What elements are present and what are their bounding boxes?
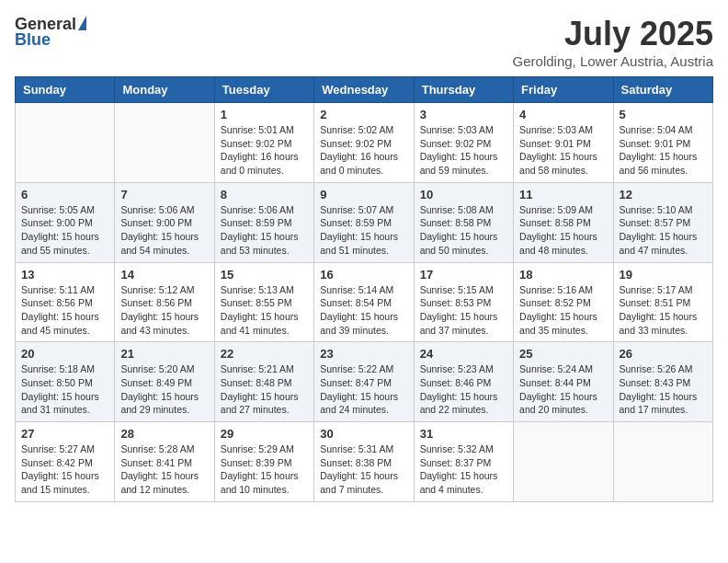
table-row: 29Sunrise: 5:29 AMSunset: 8:39 PMDayligh… — [214, 422, 313, 502]
table-row: 7Sunrise: 5:06 AMSunset: 9:00 PMDaylight… — [115, 182, 214, 262]
day-cell-content: Sunrise: 5:08 AMSunset: 8:58 PMDaylight:… — [420, 203, 507, 258]
col-monday: Monday — [115, 77, 214, 103]
day-cell-content: Sunrise: 5:26 AMSunset: 8:43 PMDaylight:… — [620, 362, 707, 417]
col-thursday: Thursday — [414, 77, 513, 103]
table-row — [16, 103, 115, 183]
day-cell-content: Sunrise: 5:16 AMSunset: 8:52 PMDaylight:… — [519, 283, 607, 338]
table-row: 19Sunrise: 5:17 AMSunset: 8:51 PMDayligh… — [613, 262, 712, 342]
table-row: 11Sunrise: 5:09 AMSunset: 8:58 PMDayligh… — [514, 182, 613, 262]
day-cell-content: Sunrise: 5:31 AMSunset: 8:38 PMDaylight:… — [320, 442, 407, 497]
day-cell-content: Sunrise: 5:20 AMSunset: 8:49 PMDaylight:… — [120, 362, 208, 417]
table-row: 14Sunrise: 5:12 AMSunset: 8:56 PMDayligh… — [115, 262, 214, 342]
table-row: 23Sunrise: 5:22 AMSunset: 8:47 PMDayligh… — [314, 342, 414, 422]
table-row: 18Sunrise: 5:16 AMSunset: 8:52 PMDayligh… — [514, 262, 613, 342]
col-saturday: Saturday — [613, 77, 712, 103]
day-cell-content: Sunrise: 5:10 AMSunset: 8:57 PMDaylight:… — [620, 203, 707, 258]
table-row: 12Sunrise: 5:10 AMSunset: 8:57 PMDayligh… — [613, 182, 712, 262]
table-row: 20Sunrise: 5:18 AMSunset: 8:50 PMDayligh… — [16, 342, 115, 422]
day-number: 3 — [420, 108, 507, 121]
day-cell-content: Sunrise: 5:05 AMSunset: 9:00 PMDaylight:… — [21, 203, 108, 258]
day-number: 23 — [320, 347, 407, 361]
table-row: 8Sunrise: 5:06 AMSunset: 8:59 PMDaylight… — [214, 182, 313, 262]
table-row: 22Sunrise: 5:21 AMSunset: 8:48 PMDayligh… — [214, 342, 313, 422]
calendar-table: Sunday Monday Tuesday Wednesday Thursday… — [15, 76, 713, 502]
table-row: 27Sunrise: 5:27 AMSunset: 8:42 PMDayligh… — [16, 422, 115, 502]
day-number: 5 — [620, 108, 707, 121]
day-number: 15 — [221, 268, 308, 282]
table-row: 21Sunrise: 5:20 AMSunset: 8:49 PMDayligh… — [115, 342, 214, 422]
day-cell-content: Sunrise: 5:28 AMSunset: 8:41 PMDaylight:… — [120, 442, 208, 497]
calendar-week-4: 20Sunrise: 5:18 AMSunset: 8:50 PMDayligh… — [16, 342, 713, 422]
day-cell-content: Sunrise: 5:29 AMSunset: 8:39 PMDaylight:… — [221, 442, 308, 497]
day-cell-content: Sunrise: 5:03 AMSunset: 9:02 PMDaylight:… — [420, 123, 507, 178]
day-cell-content: Sunrise: 5:14 AMSunset: 8:54 PMDaylight:… — [320, 283, 407, 338]
day-cell-content: Sunrise: 5:07 AMSunset: 8:59 PMDaylight:… — [320, 203, 407, 258]
col-sunday: Sunday — [16, 77, 115, 103]
day-number: 21 — [120, 347, 208, 361]
location-subtitle: Gerolding, Lower Austria, Austria — [513, 53, 713, 69]
day-number: 29 — [221, 427, 308, 441]
day-number: 9 — [320, 188, 407, 201]
day-cell-content: Sunrise: 5:02 AMSunset: 9:02 PMDaylight:… — [320, 123, 407, 178]
day-cell-content: Sunrise: 5:27 AMSunset: 8:42 PMDaylight:… — [21, 442, 108, 497]
col-friday: Friday — [514, 77, 613, 103]
table-row: 6Sunrise: 5:05 AMSunset: 9:00 PMDaylight… — [16, 182, 115, 262]
table-row: 28Sunrise: 5:28 AMSunset: 8:41 PMDayligh… — [115, 422, 214, 502]
calendar-week-5: 27Sunrise: 5:27 AMSunset: 8:42 PMDayligh… — [16, 422, 713, 502]
day-cell-content: Sunrise: 5:22 AMSunset: 8:47 PMDaylight:… — [320, 362, 407, 417]
table-row — [115, 103, 214, 183]
table-row — [613, 422, 712, 502]
day-cell-content: Sunrise: 5:06 AMSunset: 8:59 PMDaylight:… — [221, 203, 308, 258]
calendar-week-3: 13Sunrise: 5:11 AMSunset: 8:56 PMDayligh… — [16, 262, 713, 342]
day-number: 4 — [519, 108, 607, 121]
table-row: 26Sunrise: 5:26 AMSunset: 8:43 PMDayligh… — [613, 342, 712, 422]
day-cell-content: Sunrise: 5:06 AMSunset: 9:00 PMDaylight:… — [120, 203, 208, 258]
day-cell-content: Sunrise: 5:15 AMSunset: 8:53 PMDaylight:… — [420, 283, 507, 338]
table-row: 1Sunrise: 5:01 AMSunset: 9:02 PMDaylight… — [214, 103, 313, 183]
page-header: General Blue July 2025 Gerolding, Lower … — [15, 15, 713, 69]
day-number: 14 — [120, 268, 208, 282]
day-number: 19 — [620, 268, 707, 282]
day-number: 24 — [420, 347, 507, 361]
day-number: 13 — [21, 268, 108, 282]
day-cell-content: Sunrise: 5:24 AMSunset: 8:44 PMDaylight:… — [519, 362, 607, 417]
logo-blue-text: Blue — [15, 30, 51, 50]
table-row: 16Sunrise: 5:14 AMSunset: 8:54 PMDayligh… — [314, 262, 414, 342]
table-row: 17Sunrise: 5:15 AMSunset: 8:53 PMDayligh… — [414, 262, 513, 342]
table-row — [514, 422, 613, 502]
day-cell-content: Sunrise: 5:03 AMSunset: 9:01 PMDaylight:… — [519, 123, 607, 178]
table-row: 3Sunrise: 5:03 AMSunset: 9:02 PMDaylight… — [414, 103, 513, 183]
day-number: 11 — [519, 188, 607, 201]
col-wednesday: Wednesday — [314, 77, 414, 103]
day-number: 20 — [21, 347, 108, 361]
day-cell-content: Sunrise: 5:13 AMSunset: 8:55 PMDaylight:… — [221, 283, 308, 338]
day-cell-content: Sunrise: 5:21 AMSunset: 8:48 PMDaylight:… — [221, 362, 308, 417]
table-row: 30Sunrise: 5:31 AMSunset: 8:38 PMDayligh… — [314, 422, 414, 502]
day-cell-content: Sunrise: 5:18 AMSunset: 8:50 PMDaylight:… — [21, 362, 108, 417]
table-row: 9Sunrise: 5:07 AMSunset: 8:59 PMDaylight… — [314, 182, 414, 262]
day-cell-content: Sunrise: 5:32 AMSunset: 8:37 PMDaylight:… — [420, 442, 507, 497]
month-year-title: July 2025 — [513, 15, 713, 53]
calendar-header-row: Sunday Monday Tuesday Wednesday Thursday… — [16, 77, 713, 103]
day-number: 16 — [320, 268, 407, 282]
day-cell-content: Sunrise: 5:12 AMSunset: 8:56 PMDaylight:… — [120, 283, 208, 338]
day-cell-content: Sunrise: 5:04 AMSunset: 9:01 PMDaylight:… — [620, 123, 707, 178]
day-cell-content: Sunrise: 5:11 AMSunset: 8:56 PMDaylight:… — [21, 283, 108, 338]
logo: General Blue — [15, 15, 86, 50]
table-row: 24Sunrise: 5:23 AMSunset: 8:46 PMDayligh… — [414, 342, 513, 422]
calendar-week-2: 6Sunrise: 5:05 AMSunset: 9:00 PMDaylight… — [16, 182, 713, 262]
day-number: 8 — [221, 188, 308, 201]
day-number: 7 — [120, 188, 208, 201]
day-number: 31 — [420, 427, 507, 441]
day-number: 26 — [620, 347, 707, 361]
day-cell-content: Sunrise: 5:01 AMSunset: 9:02 PMDaylight:… — [221, 123, 308, 178]
day-number: 17 — [420, 268, 507, 282]
table-row: 15Sunrise: 5:13 AMSunset: 8:55 PMDayligh… — [214, 262, 313, 342]
logo-triangle-icon — [78, 16, 86, 30]
day-number: 22 — [221, 347, 308, 361]
day-number: 12 — [620, 188, 707, 201]
table-row: 13Sunrise: 5:11 AMSunset: 8:56 PMDayligh… — [16, 262, 115, 342]
day-cell-content: Sunrise: 5:09 AMSunset: 8:58 PMDaylight:… — [519, 203, 607, 258]
day-number: 28 — [120, 427, 208, 441]
table-row: 2Sunrise: 5:02 AMSunset: 9:02 PMDaylight… — [314, 103, 414, 183]
